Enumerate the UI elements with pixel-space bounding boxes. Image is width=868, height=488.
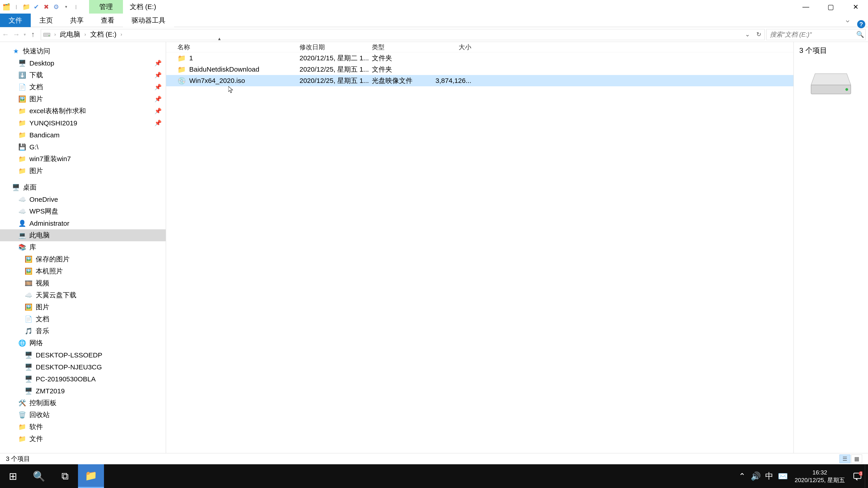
volume-icon[interactable]: 🔊 (749, 471, 763, 481)
contextual-tab-manage[interactable]: 管理 (89, 0, 123, 13)
nav-control-panel[interactable]: 🛠️控制面板 (0, 397, 166, 409)
nav-lib-item[interactable]: 🖼️保存的图片 (0, 253, 166, 265)
nav-quick-item[interactable]: ⬇️下载📌 (0, 69, 166, 81)
ribbon-tab-file[interactable]: 文件 (0, 13, 31, 27)
folder-icon[interactable]: 📁 (22, 3, 30, 11)
taskbar-clock[interactable]: 16:32 2020/12/25, 星期五 (789, 468, 850, 484)
ribbon-collapse-icon[interactable]: ⌵ (841, 13, 855, 27)
nav-network-pc[interactable]: 🖥️DESKTOP-NJEU3CG (0, 361, 166, 373)
nav-quick-item[interactable]: 📁图片 (0, 165, 166, 177)
nav-recycle-bin[interactable]: 🗑️回收站 (0, 409, 166, 421)
address-bar[interactable]: › 此电脑 › 文档 (E:) › ⌄ ↻ (41, 29, 765, 40)
taskbar-search-button[interactable]: 🔍 (26, 464, 52, 488)
nav-this-pc[interactable]: 💻此电脑 (0, 229, 166, 241)
nav-history-dropdown-icon[interactable]: ▾ (22, 27, 28, 42)
nav-quick-item[interactable]: 🖥️Desktop📌 (0, 57, 166, 69)
gear-icon[interactable]: ⚙ (52, 3, 60, 11)
file-row[interactable]: 📁BaiduNetdiskDownload 2020/12/25, 星期五 1.… (166, 64, 794, 75)
close-button[interactable]: ✕ (843, 0, 868, 13)
nav-quick-item[interactable]: 📁excel表格制作求和📌 (0, 105, 166, 117)
nav-folder[interactable]: 📁文件 (0, 433, 166, 445)
nav-lib-item[interactable]: 🎞️视频 (0, 277, 166, 289)
column-header-size[interactable]: 大小 (433, 43, 471, 52)
pictures-icon: 🖼️ (24, 267, 33, 275)
nav-quick-item[interactable]: 📁Bandicam (0, 129, 166, 141)
search-input[interactable] (767, 31, 855, 38)
pc-icon: 🖥️ (24, 387, 33, 395)
nav-desktop[interactable]: 🖥️桌面 (0, 182, 166, 193)
nav-wps[interactable]: ☁️WPS网盘 (0, 205, 166, 217)
show-desktop-button[interactable] (865, 464, 868, 488)
nav-folder[interactable]: 📁软件 (0, 421, 166, 433)
nav-network-pc[interactable]: 🖥️PC-20190530OBLA (0, 373, 166, 385)
search-icon[interactable]: 🔍 (855, 31, 865, 38)
minimize-button[interactable]: — (794, 0, 818, 13)
search-box[interactable]: 🔍 (766, 29, 866, 40)
start-button[interactable]: ⊞ (0, 464, 26, 488)
taskbar-explorer-button[interactable]: 📁 (78, 464, 104, 488)
ribbon-tab-home[interactable]: 主页 (31, 13, 61, 27)
nav-label: 文件 (29, 434, 43, 444)
nav-onedrive[interactable]: ☁️OneDrive (0, 193, 166, 205)
nav-lib-item[interactable]: 📄文档 (0, 313, 166, 325)
breadcrumb-root[interactable]: 此电脑 (58, 30, 83, 39)
nav-lib-item[interactable]: 🖼️图片 (0, 301, 166, 313)
refresh-icon[interactable]: ↻ (753, 29, 765, 40)
nav-back-button[interactable]: ← (0, 27, 11, 42)
crumb-separator-icon[interactable]: › (83, 32, 88, 37)
taskbar[interactable]: ⊞ 🔍 ⧉ 📁 ⌃ 🔊 中 ✉️ 16:32 2020/12/25, 星期五 3 (0, 464, 868, 488)
ime-indicator[interactable]: 中 (763, 470, 776, 482)
close-icon[interactable]: ✖ (42, 3, 50, 11)
nav-quick-item[interactable]: 📁YUNQISHI2019📌 (0, 117, 166, 129)
nav-label: 保存的图片 (36, 255, 70, 264)
folder-icon: 📁 (18, 107, 26, 115)
drive-preview-icon (794, 71, 868, 96)
task-view-button[interactable]: ⧉ (52, 464, 78, 488)
downloads-icon: ⬇️ (18, 71, 26, 79)
nav-forward-button[interactable]: → (11, 27, 22, 42)
nav-lib-item[interactable]: ☁️天翼云盘下载 (0, 289, 166, 301)
view-details-button[interactable]: ☰ (839, 455, 850, 463)
file-list[interactable]: 名称 修改日期 类型 大小 📁1 2020/12/15, 星期二 1... 文件… (166, 42, 794, 453)
file-row[interactable]: 📁1 2020/12/15, 星期二 1... 文件夹 (166, 53, 794, 64)
nav-lib-item[interactable]: 🎵音乐 (0, 325, 166, 337)
column-header-date[interactable]: 修改日期 (300, 43, 372, 52)
ribbon-tab-drive-tools[interactable]: 驱动器工具 (123, 13, 174, 27)
quick-access-toolbar: 🗂️ | 📁 ✔ ✖ ⚙ ▾ | (0, 3, 82, 11)
crumb-separator-icon[interactable]: › (119, 32, 124, 37)
nav-quick-item[interactable]: 📄文档📌 (0, 81, 166, 93)
breadcrumb-drive[interactable]: 文档 (E:) (88, 30, 119, 39)
nav-user[interactable]: 👤Administrator (0, 217, 166, 229)
nav-network-pc[interactable]: 🖥️ZMT2019 (0, 385, 166, 397)
navigation-pane[interactable]: ★快速访问 🖥️Desktop📌 ⬇️下载📌 📄文档📌 🖼️图片📌 📁excel… (0, 42, 166, 453)
nav-network-pc[interactable]: 🖥️DESKTOP-LSSOEDP (0, 349, 166, 361)
help-icon[interactable]: ? (855, 18, 868, 31)
nav-lib-item[interactable]: 🖼️本机照片 (0, 265, 166, 277)
ribbon-tab-view[interactable]: 查看 (92, 13, 123, 27)
action-center-button[interactable]: 3 (850, 471, 865, 481)
nav-network[interactable]: 🌐网络 (0, 337, 166, 349)
tray-overflow-icon[interactable]: ⌃ (735, 471, 749, 481)
nav-quick-item[interactable]: 💾G:\ (0, 141, 166, 153)
body: ★快速访问 🖥️Desktop📌 ⬇️下载📌 📄文档📌 🖼️图片📌 📁excel… (0, 42, 868, 453)
file-row[interactable]: 💿Win7x64_2020.iso 2020/12/25, 星期五 1... 光… (166, 75, 794, 86)
folder-icon: 📁 (85, 470, 97, 482)
ribbon-tab-share[interactable]: 共享 (61, 13, 92, 27)
nav-quick-item[interactable]: 🖼️图片📌 (0, 93, 166, 105)
pictures-icon: 🖼️ (24, 255, 33, 263)
tray-app-icon[interactable]: ✉️ (776, 471, 789, 481)
nav-libraries[interactable]: 📚库 (0, 241, 166, 253)
nav-quick-access[interactable]: ★快速访问 (0, 45, 166, 57)
view-icons-button[interactable]: ▦ (851, 455, 862, 463)
maximize-button[interactable]: ▢ (818, 0, 843, 13)
crumb-separator-icon[interactable]: › (53, 32, 58, 37)
qat-dropdown-icon[interactable]: ▾ (62, 3, 70, 11)
nav-up-button[interactable]: ↑ (28, 27, 38, 42)
file-name: Win7x64_2020.iso (189, 77, 245, 85)
pc-icon: 🖥️ (24, 351, 33, 359)
column-header-type[interactable]: 类型 (372, 43, 433, 52)
column-header-name[interactable]: 名称 (166, 43, 300, 52)
address-dropdown-icon[interactable]: ⌄ (742, 29, 753, 40)
nav-quick-item[interactable]: 📁win7重装win7 (0, 153, 166, 165)
check-icon[interactable]: ✔ (32, 3, 40, 11)
